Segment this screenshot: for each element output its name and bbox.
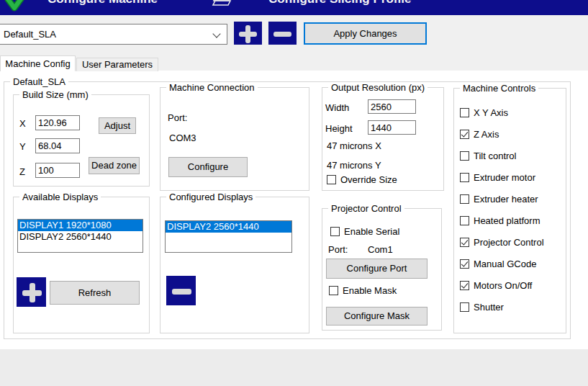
apply-changes-button[interactable]: Apply Changes [304,22,427,45]
width-field[interactable] [368,99,416,114]
configured-displays-group: Configured Displays DISPLAY2 2560*1440 [160,197,309,333]
microns-y-label: 47 microns Y [327,160,381,171]
checkbox-icon [327,175,336,184]
available-displays-list[interactable]: DISPLAY1 1920*1080 DISPLAY2 2560*1440 [17,219,143,253]
projector-port-value: Com1 [368,244,393,255]
configure-machine-window: Configure Machine Configure Slicing Prof… [0,0,588,386]
projector-control-checkbox[interactable]: Projector Control [460,237,544,248]
heated-platform-checkbox[interactable]: Heated platform [460,215,544,226]
list-item[interactable]: DISPLAY2 2560*1440 [166,221,291,233]
machine-controls-list: X Y Axis Z Axis Tilt control Extruder mo… [460,107,544,313]
z-axis-label: Z [19,166,25,177]
enable-serial-checkbox[interactable]: Enable Serial [330,226,399,237]
refresh-displays-button[interactable]: Refresh [50,281,140,305]
override-size-label: Override Size [340,174,397,185]
configure-machine-title[interactable]: Configure Machine [48,0,158,6]
manual-gcode-checkbox[interactable]: Manual GCode [460,259,544,269]
checkbox-icon [460,281,469,290]
available-displays-title: Available Displays [19,192,101,202]
height-field[interactable] [368,120,416,135]
machine-controls-title: Machine Controls [460,83,538,94]
port-label: Port: [168,112,187,123]
shutter-label: Shutter [474,302,504,313]
extruder-heater-label: Extruder heater [474,194,538,205]
configured-displays-list[interactable]: DISPLAY2 2560*1440 [165,220,292,253]
list-item[interactable]: DISPLAY1 1920*1080 [18,220,143,231]
port-value: COM3 [169,133,196,143]
machine-connection-title: Machine Connection [166,82,258,93]
add-profile-button[interactable] [234,22,262,45]
width-label: Width [325,102,349,113]
extruder-heater-checkbox[interactable]: Extruder heater [460,194,544,205]
machine-config-page: Default_SLA Build Size (mm) X Adjust Y Z… [0,71,588,349]
projector-port-label: Port: [328,244,348,255]
remove-display-button[interactable] [166,276,196,305]
machine-controls-group: Machine Controls X Y Axis Z Axis Tilt co… [453,88,566,333]
tilt-control-checkbox[interactable]: Tilt control [460,151,544,161]
checkbox-icon [460,151,469,161]
xy-axis-checkbox[interactable]: X Y Axis [460,107,544,118]
projector-control-label: Projector Control [474,237,544,248]
configure-mask-button[interactable]: Configure Mask [326,307,428,326]
projector-control-title: Projector Control [328,203,404,214]
available-displays-group: Available Displays DISPLAY1 1920*1080 DI… [13,197,150,333]
z-axis-checkbox[interactable]: Z Axis [460,129,544,140]
y-axis-label: Y [19,141,26,152]
heated-platform-label: Heated platform [474,215,540,226]
profile-groupbox-title: Default_SLA [10,76,68,87]
profile-dropdown-value: Default_SLA [4,29,56,40]
output-resolution-title: Output Resolution (px) [328,82,428,93]
manual-gcode-label: Manual GCode [474,259,536,269]
output-resolution-group: Output Resolution (px) Width Height 47 m… [322,87,444,191]
remove-profile-button[interactable] [268,22,297,45]
checkbox-icon [460,259,469,269]
checkbox-icon [460,216,469,225]
adjust-button[interactable]: Adjust [99,117,136,134]
checkbox-icon [460,302,469,312]
profile-dropdown[interactable]: Default_SLA [0,24,227,45]
tab-user-parameters[interactable]: User Parameters [76,58,158,71]
height-label: Height [325,123,353,134]
list-item[interactable]: DISPLAY2 2560*1440 [18,231,143,243]
bottom-background [0,349,588,386]
checkbox-icon [460,108,469,117]
extruder-motor-label: Extruder motor [474,172,535,183]
z-axis-label: Z Axis [474,129,499,140]
app-check-icon [4,0,29,15]
build-size-group: Build Size (mm) X Adjust Y Z Dead zone [13,94,150,187]
projector-control-group: Projector Control Enable Serial Port: Co… [322,208,442,331]
checkbox-icon [330,227,340,236]
microns-x-label: 47 microns X [327,140,381,151]
x-axis-label: X [19,118,26,129]
extruder-motor-checkbox[interactable]: Extruder motor [460,172,544,183]
slicing-profile-icon [212,0,233,10]
build-z-field[interactable] [35,163,80,178]
tab-machine-config[interactable]: Machine Config [0,55,76,71]
enable-serial-label: Enable Serial [344,226,399,237]
checkbox-icon [460,238,469,247]
motors-onoff-label: Motors On/Off [474,280,532,291]
shutter-checkbox[interactable]: Shutter [460,302,544,313]
checkbox-icon [329,286,338,295]
checkbox-icon [460,194,469,204]
configure-port-button[interactable]: Configure Port [326,259,428,279]
configured-displays-title: Configured Displays [166,192,255,202]
configure-connection-button[interactable]: Configure [168,157,248,177]
tilt-control-label: Tilt control [474,151,516,161]
xy-axis-label: X Y Axis [474,107,508,118]
add-display-button[interactable] [17,277,46,307]
configure-slicing-profile-title[interactable]: Configure Slicing Profile [268,0,411,6]
toolbar: Configure Machine Configure Slicing Prof… [0,0,588,15]
motors-onoff-checkbox[interactable]: Motors On/Off [460,280,544,291]
chevron-down-icon [212,30,220,37]
enable-mask-label: Enable Mask [343,285,397,296]
enable-mask-checkbox[interactable]: Enable Mask [329,285,397,296]
build-size-title: Build Size (mm) [19,89,91,100]
override-size-checkbox[interactable]: Override Size [327,174,397,185]
checkbox-icon [460,130,469,139]
build-y-field[interactable] [35,138,80,153]
machine-connection-group: Machine Connection Port: COM3 Configure [160,87,309,191]
build-x-field[interactable] [35,115,80,130]
checkbox-icon [460,173,469,182]
dead-zone-button[interactable]: Dead zone [89,157,140,174]
